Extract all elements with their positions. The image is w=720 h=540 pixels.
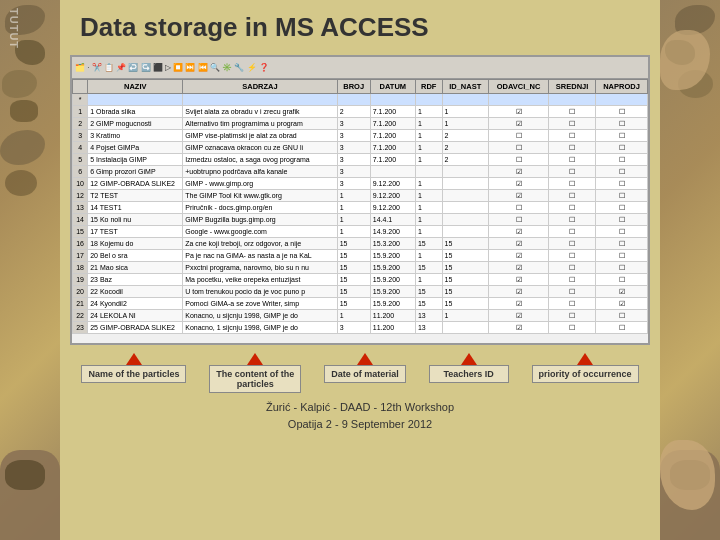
table-cell: 2 (337, 106, 370, 118)
table-cell (415, 166, 442, 178)
table-cell: ☑ (488, 190, 548, 202)
table-cell: +uobtrupno podrčava alfa kanale (183, 166, 337, 178)
table-cell: Za cne koji treboji, orz odgovor, a nije (183, 238, 337, 250)
table-cell: 1 (337, 226, 370, 238)
table-cell: ☐ (549, 142, 596, 154)
table-cell: 1 (73, 106, 88, 118)
col-broj: BROJ (337, 80, 370, 94)
table-row: 44 Pojset GIMPaGIMP oznacava okracon cu … (73, 142, 648, 154)
table-cell: 15 (415, 286, 442, 298)
table-cell: 1 (415, 274, 442, 286)
table-cell (183, 94, 337, 106)
table-cell: 1 (415, 178, 442, 190)
table-cell: 21 Mao sica (88, 262, 183, 274)
table-cell: 6 (73, 166, 88, 178)
access-toolbar: 🗂️ · ✂️ 📋 📌 ↩️ ↪️ ⬛ ▷ ⏹️ ⏭️ ⏮️ 🔍 ✳️ 🔧 ⚡ … (72, 57, 648, 79)
table-cell: 14.4.1 (370, 214, 415, 226)
table-cell: 1 (442, 118, 488, 130)
col-odavci: ODAVCI_NC (488, 80, 548, 94)
table-cell: 20 (73, 286, 88, 298)
table-cell: ☐ (488, 202, 548, 214)
table-cell: 1 (442, 106, 488, 118)
table-cell: 9.12.200 (370, 190, 415, 202)
table-cell: 17 (73, 250, 88, 262)
table-row: 22 GIMP mogucnostiAlternativo tim progra… (73, 118, 648, 130)
table-cell: 1 (337, 202, 370, 214)
table-cell: 15 (337, 250, 370, 262)
table-cell: 15 (337, 262, 370, 274)
table-cell: ☑ (488, 250, 548, 262)
table-row: 1012 GIMP-OBRADA SLIKE2GIMP - www.gimp.o… (73, 178, 648, 190)
table-cell (442, 190, 488, 202)
table-cell: 2 (442, 154, 488, 166)
table-cell: 23 (73, 322, 88, 334)
table-cell: 15 (442, 298, 488, 310)
left-decoration: TUTUT (0, 0, 60, 540)
table-cell: 4 (73, 142, 88, 154)
page-title: Data storage in MS ACCESS (80, 12, 429, 42)
table-cell: 1 (415, 118, 442, 130)
table-cell: 11.200 (370, 310, 415, 322)
table-cell: ☐ (488, 214, 548, 226)
table-cell: ☐ (488, 130, 548, 142)
table-row: 55 Instalacija GIMPIzmedzu ostaloc, a sa… (73, 154, 648, 166)
table-cell: 15.3.200 (370, 238, 415, 250)
table-cell: 13 (415, 322, 442, 334)
table-cell: 15 (442, 286, 488, 298)
access-screenshot: 🗂️ · ✂️ 📋 📌 ↩️ ↪️ ⬛ ▷ ⏹️ ⏭️ ⏮️ 🔍 ✳️ 🔧 ⚡ … (70, 55, 650, 345)
table-row: 66 Gimp prozori GiMP+uobtrupno podrčava … (73, 166, 648, 178)
table-row: 2022 KocodilU tom trenukou pocio da je v… (73, 286, 648, 298)
table-cell: 1 (415, 226, 442, 238)
table-cell: 3 (337, 166, 370, 178)
title-bar: Data storage in MS ACCESS (60, 0, 660, 51)
table-row: 2325 GIMP-OBRADA SLIKE2Konacno, 1 sijcnj… (73, 322, 648, 334)
table-cell: 21 (73, 298, 88, 310)
table-cell: 14 (73, 214, 88, 226)
table-cell: 15 (337, 274, 370, 286)
table-cell: 5 Instalacija GIMP (88, 154, 183, 166)
table-row: 1720 Bel o sraPa je nac na GiMA- as nast… (73, 250, 648, 262)
table-cell: 1 (415, 250, 442, 262)
table-cell: 17 TEST (88, 226, 183, 238)
annotation-date-material: Date of material (324, 353, 406, 383)
table-cell: ☑ (488, 238, 548, 250)
table-cell: Priručnik - docs.gimp.org/en (183, 202, 337, 214)
table-cell (415, 94, 442, 106)
table-cell: Svijet alata za obradu v i zrecu grafik (183, 106, 337, 118)
table-cell: 2 (442, 130, 488, 142)
table-cell (370, 94, 415, 106)
table-cell: 1 (415, 214, 442, 226)
table-row: * (73, 94, 648, 106)
table-cell: 22 Kocodil (88, 286, 183, 298)
table-cell: 14.9.200 (370, 226, 415, 238)
table-cell: ☐ (596, 226, 648, 238)
table-cell: ☐ (596, 202, 648, 214)
table-cell: ☐ (596, 214, 648, 226)
table-cell: ☐ (549, 274, 596, 286)
table-cell (442, 322, 488, 334)
table-cell (370, 166, 415, 178)
table-cell (442, 166, 488, 178)
col-selector (73, 80, 88, 94)
table-cell: 18 Kojemu do (88, 238, 183, 250)
table-cell: 3 (337, 154, 370, 166)
table-cell: 15 (442, 250, 488, 262)
table-cell: ☐ (596, 274, 648, 286)
table-cell: ☐ (549, 286, 596, 298)
table-cell: 15 (415, 238, 442, 250)
col-naziv: NAZIV (88, 80, 183, 94)
table-cell (442, 178, 488, 190)
table-cell: GIMP oznacava okracon cu ze GNU li (183, 142, 337, 154)
footer-line1: Žurić - Kalpić - DAAD - 12th Workshop (266, 399, 454, 416)
table-cell: 13 (415, 310, 442, 322)
table-cell: 1 (415, 142, 442, 154)
table-row: 1314 TEST1Priručnik - docs.gimp.org/en19… (73, 202, 648, 214)
table-cell: 5 (73, 154, 88, 166)
access-data-table: NAZIV SADRZAJ BROJ DATUM RDF ID_NAST ODA… (72, 79, 648, 334)
footer: Žurić - Kalpić - DAAD - 12th Workshop Op… (266, 399, 454, 432)
table-cell: ☐ (549, 190, 596, 202)
table-cell: 3 Kratimo (88, 130, 183, 142)
table-cell: T2 TEST (88, 190, 183, 202)
table-cell: 1 (442, 310, 488, 322)
table-cell: ☑ (488, 106, 548, 118)
